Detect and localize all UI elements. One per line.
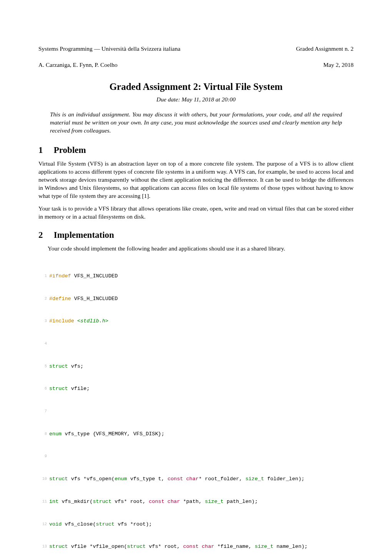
keyword: const char <box>183 544 214 549</box>
line-number: 8 <box>38 430 47 438</box>
code-text: vfs_type t, <box>127 476 168 482</box>
code-text: VFS_H_INCLUDED <box>71 273 118 279</box>
section-1-paragraph-2: Your task is to provide a VFS library th… <box>38 205 354 221</box>
code-text: vfs_close( <box>61 521 96 527</box>
line-number: 10 <box>38 475 47 483</box>
code-text: vfs* root, <box>146 544 183 549</box>
preprocessor: #define <box>49 296 71 302</box>
code-line-12: 12void vfs_close(struct vfs *root); <box>38 521 354 528</box>
code-text: *path, <box>180 499 205 504</box>
code-line-10: 10struct vfs *vfs_open(enum vfs_type t, … <box>38 475 354 483</box>
keyword: enum <box>115 476 127 482</box>
keyword: struct <box>96 521 115 527</box>
code-text: vfs *vfs_open( <box>68 476 115 482</box>
keyword: struct <box>49 386 68 391</box>
code-line-8: 8enum vfs_type {VFS_MEMORY, VFS_DISK}; <box>38 430 354 438</box>
code-text: vfile *vfile_open( <box>68 544 127 549</box>
keyword: struct <box>127 544 146 549</box>
code-line-6: 6struct vfile; <box>38 385 354 393</box>
keyword: size_t <box>245 476 264 482</box>
code-line-13: 13struct vfile *vfile_open(struct vfs* r… <box>38 543 354 551</box>
preprocessor: #include <box>49 318 77 324</box>
section-2-heading: 2 Implementation <box>38 230 354 240</box>
keyword: size_t <box>255 544 274 549</box>
code-listing: 1#ifndef VFS_H_INCLUDED 2#define VFS_H_I… <box>38 257 354 554</box>
section-1-heading: 1 Problem <box>38 145 354 155</box>
section-1-number: 1 <box>38 145 51 155</box>
keyword: const char <box>168 476 199 482</box>
assignment-number: Graded Assignment n. 2 <box>296 45 354 52</box>
code-line-4: 4 <box>38 340 354 348</box>
document-title: Graded Assignment 2: Virtual File System <box>38 81 354 92</box>
issue-date: May 2, 2018 <box>323 61 354 68</box>
page: Systems Programming — Università della S… <box>0 0 392 554</box>
header-right: Graded Assignment n. 2 May 2, 2018 <box>296 37 354 69</box>
line-number: 5 <box>38 363 47 370</box>
due-date: Due date: May 11, 2018 at 20:00 <box>38 96 354 103</box>
course-line: Systems Programming — Università della S… <box>38 45 180 52</box>
code-text: VFS_H_INCLUDED <box>71 296 118 302</box>
line-number: 4 <box>38 340 47 348</box>
keyword: struct <box>49 363 68 369</box>
code-text: path_len); <box>224 499 258 504</box>
keyword: enum <box>49 431 61 437</box>
line-number: 11 <box>38 498 47 506</box>
include-header: <stdlib.h> <box>77 318 108 324</box>
code-line-1: 1#ifndef VFS_H_INCLUDED <box>38 272 354 280</box>
section-1-paragraph-1: Virtual File System (VFS) is an abstract… <box>38 160 354 200</box>
code-line-7: 7 <box>38 408 354 415</box>
section-2-paragraph-1: Your code should implement the following… <box>38 245 354 253</box>
keyword: size_t <box>205 499 224 504</box>
code-line-11: 11int vfs_mkdir(struct vfs* root, const … <box>38 498 354 506</box>
academic-honesty-notice: This is an individual assignment. You ma… <box>50 111 342 135</box>
code-text: vfs_type {VFS_MEMORY, VFS_DISK}; <box>61 431 164 437</box>
code-text: vfs *root); <box>115 521 152 527</box>
line-number: 6 <box>38 385 47 393</box>
section-2-title: Implementation <box>54 230 114 240</box>
code-line-2: 2#define VFS_H_INCLUDED <box>38 295 354 303</box>
keyword: struct <box>93 499 111 504</box>
section-1-title: Problem <box>54 145 86 155</box>
header-left: Systems Programming — Università della S… <box>38 37 180 69</box>
code-text: vfile; <box>68 386 90 391</box>
line-number: 13 <box>38 543 47 551</box>
code-text: * root_folder, <box>199 476 246 482</box>
code-line-9: 9 <box>38 453 354 460</box>
code-line-5: 5struct vfs; <box>38 363 354 370</box>
code-text: vfs* root, <box>111 499 149 504</box>
code-text: vfs; <box>68 363 84 369</box>
authors-line: A. Carzaniga, E. Fynn, P. Coelho <box>38 61 118 68</box>
preprocessor: #ifndef <box>49 273 71 279</box>
keyword: struct <box>49 476 68 482</box>
keyword: struct <box>49 544 68 549</box>
page-header: Systems Programming — Università della S… <box>38 37 354 69</box>
line-number: 3 <box>38 317 47 325</box>
code-text: folder_len); <box>264 476 304 482</box>
code-text: vfs_mkdir( <box>58 499 93 504</box>
section-2-number: 2 <box>38 230 51 240</box>
line-number: 1 <box>38 272 47 280</box>
code-text: *file_name, <box>214 544 254 549</box>
line-number: 9 <box>38 453 47 460</box>
keyword: const char <box>149 499 180 504</box>
line-number: 7 <box>38 408 47 415</box>
line-number: 2 <box>38 295 47 303</box>
keyword: int <box>49 499 58 504</box>
code-line-3: 3#include <stdlib.h> <box>38 317 354 325</box>
keyword: void <box>49 521 61 527</box>
line-number: 12 <box>38 521 47 528</box>
code-text: name_len); <box>273 544 307 549</box>
